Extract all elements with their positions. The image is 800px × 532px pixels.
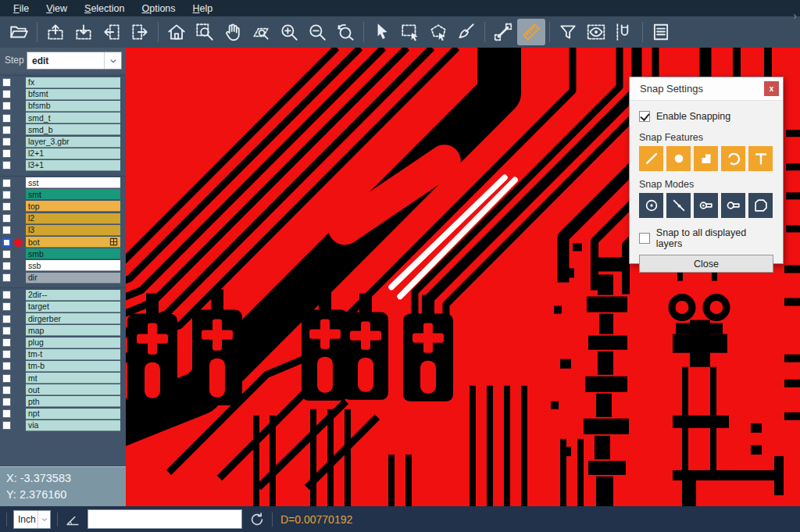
- layer-label[interactable]: target: [26, 302, 120, 312]
- layer-label[interactable]: tm-b: [26, 361, 120, 372]
- layer-checkbox[interactable]: [2, 350, 11, 359]
- layer-checkbox[interactable]: [2, 126, 11, 134]
- display-options-icon[interactable]: [582, 19, 610, 45]
- select-arrow-icon[interactable]: [368, 19, 396, 45]
- close-button[interactable]: Close: [639, 255, 773, 273]
- filter-funnel-icon[interactable]: [554, 19, 582, 45]
- layer-label[interactable]: mt: [26, 373, 120, 384]
- layer-checkbox[interactable]: [2, 362, 11, 370]
- layer-label[interactable]: l2: [26, 213, 120, 224]
- mode-slot-end-button[interactable]: [694, 193, 718, 218]
- report-icon[interactable]: [647, 19, 675, 45]
- grid-icon[interactable]: [109, 237, 118, 246]
- chevron-down-icon[interactable]: [38, 511, 50, 528]
- layer-checkbox[interactable]: [2, 102, 11, 110]
- zoom-out-icon[interactable]: [303, 19, 331, 45]
- layer-label[interactable]: top: [26, 201, 120, 212]
- layer-checkbox[interactable]: [2, 374, 11, 383]
- unit-select[interactable]: Inch: [13, 510, 51, 529]
- feature-text-button[interactable]: [748, 146, 773, 171]
- dialog-title-bar[interactable]: Snap Settings x: [630, 77, 783, 101]
- mode-slot-open-button[interactable]: [721, 193, 745, 218]
- open-folder-icon[interactable]: [5, 19, 33, 45]
- layer-label[interactable]: sst: [26, 177, 120, 188]
- layer-label[interactable]: l3: [26, 225, 120, 236]
- pan-hand-icon[interactable]: [219, 19, 247, 45]
- mode-point-on-line-button[interactable]: [666, 193, 691, 218]
- enable-snapping-checkbox[interactable]: [639, 111, 650, 122]
- layer-label[interactable]: layer_3.gbr: [26, 137, 120, 148]
- layer-label[interactable]: via: [26, 420, 120, 431]
- layer-checkbox[interactable]: [2, 90, 11, 98]
- zoom-in-icon[interactable]: [275, 19, 303, 45]
- paint-brush-icon[interactable]: [452, 19, 480, 45]
- layer-label[interactable]: dirgerber: [26, 313, 120, 324]
- layer-checkbox[interactable]: [2, 327, 11, 335]
- layer-label[interactable]: smd_t: [26, 112, 120, 123]
- select-polygon-icon[interactable]: [424, 19, 452, 45]
- shift-down-icon[interactable]: [70, 19, 98, 45]
- menu-options[interactable]: Options: [133, 2, 184, 16]
- snap-magnet-icon[interactable]: [610, 19, 638, 45]
- zoom-previous-icon[interactable]: [331, 19, 359, 45]
- menu-help[interactable]: Help: [184, 2, 222, 16]
- layer-checkbox[interactable]: [2, 398, 11, 406]
- layer-checkbox[interactable]: [2, 262, 11, 270]
- layer-label[interactable]: bot: [26, 237, 120, 248]
- select-rectangle-icon[interactable]: [396, 19, 424, 45]
- menu-selection[interactable]: Selection: [76, 2, 133, 16]
- layer-checkbox[interactable]: [2, 226, 11, 234]
- layer-checkbox[interactable]: [2, 161, 11, 170]
- layer-label[interactable]: fx: [26, 77, 120, 88]
- toolbar-overflow-chevron[interactable]: ›: [793, 9, 797, 22]
- layer-label[interactable]: 2dir--: [26, 290, 120, 301]
- layer-checkbox[interactable]: [2, 78, 11, 87]
- dialog-close-button[interactable]: x: [764, 81, 779, 96]
- layer-label[interactable]: dir: [26, 273, 120, 284]
- measure-line-icon[interactable]: [489, 19, 517, 45]
- feature-pad-button[interactable]: [666, 146, 691, 171]
- layer-checkbox[interactable]: [2, 238, 11, 247]
- angle-measure-icon[interactable]: [64, 511, 81, 528]
- layer-checkbox[interactable]: [2, 114, 11, 123]
- layer-label[interactable]: npt: [26, 409, 120, 420]
- shift-up-icon[interactable]: [41, 19, 70, 45]
- layer-label[interactable]: pth: [26, 396, 120, 407]
- layer-checkbox[interactable]: [2, 149, 11, 158]
- layer-label[interactable]: map: [26, 325, 120, 336]
- layer-label[interactable]: plug: [26, 337, 120, 348]
- layer-label[interactable]: ssb: [26, 260, 120, 271]
- layer-checkbox[interactable]: [2, 386, 11, 395]
- shift-left-icon[interactable]: [98, 19, 126, 45]
- layer-label[interactable]: l2+1: [26, 148, 120, 159]
- chevron-down-icon[interactable]: [104, 52, 121, 69]
- layer-checkbox[interactable]: [2, 409, 11, 418]
- layer-label[interactable]: bfsmt: [26, 89, 120, 100]
- layer-checkbox[interactable]: [2, 137, 11, 146]
- layer-label[interactable]: l3+1: [26, 160, 120, 171]
- layer-checkbox[interactable]: [2, 273, 11, 282]
- feature-surface-button[interactable]: [694, 146, 718, 171]
- layer-label[interactable]: smd_b: [26, 124, 120, 135]
- layer-checkbox[interactable]: [2, 214, 11, 223]
- layer-checkbox[interactable]: [2, 250, 11, 259]
- layer-checkbox[interactable]: [2, 291, 11, 299]
- layer-checkbox[interactable]: [2, 315, 11, 323]
- feature-line-button[interactable]: [639, 146, 663, 171]
- step-select[interactable]: edit: [27, 52, 122, 70]
- home-view-icon[interactable]: [162, 19, 191, 45]
- layer-checkbox[interactable]: [2, 421, 11, 430]
- layer-checkbox[interactable]: [2, 202, 11, 211]
- layer-label[interactable]: bfsmb: [26, 101, 120, 112]
- layer-checkbox[interactable]: [2, 302, 11, 311]
- zoom-object-icon[interactable]: [247, 19, 275, 45]
- layer-label[interactable]: smt: [26, 189, 120, 200]
- layer-label[interactable]: out: [26, 384, 120, 395]
- zoom-window-icon[interactable]: [191, 19, 219, 45]
- layer-checkbox[interactable]: [2, 191, 11, 199]
- refresh-icon[interactable]: [248, 511, 266, 528]
- mode-outline-vertex-button[interactable]: [748, 193, 773, 218]
- menu-file[interactable]: File: [5, 2, 38, 16]
- layer-label[interactable]: tm-t: [26, 349, 120, 360]
- menu-view[interactable]: View: [38, 2, 76, 16]
